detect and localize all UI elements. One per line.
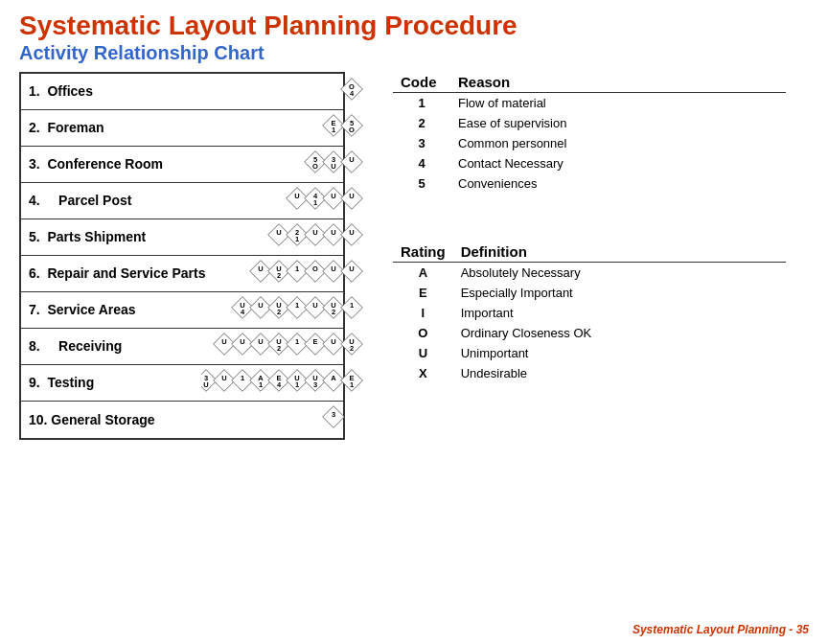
code-reason-row-3: 3 Common personnel [393,133,786,153]
reason-5: Conveniences [450,173,786,194]
svg-text:U: U [349,154,354,163]
rating-O: O [393,323,453,343]
svg-text:U: U [258,264,263,272]
svg-text:U: U [312,227,317,236]
rating-X: X [393,363,453,383]
reason-4: Contact Necessary [450,153,786,173]
svg-text:U: U [240,336,244,345]
code-5: 5 [393,173,450,194]
right-panel: Code Reason 1 Flow of material 2 Ease of… [383,72,786,440]
code-reason-row-4: 4 Contact Necessary [393,153,786,173]
svg-text:U: U [331,191,335,199]
svg-text:3: 3 [332,409,335,418]
definition-header: Definition [453,242,786,263]
rating-U: U [393,343,453,363]
reason-3: Common personnel [450,133,786,153]
svg-text:1: 1 [332,125,335,133]
title-main: Systematic Layout Planning Procedure [19,10,809,42]
svg-text:A: A [331,373,336,381]
svg-text:1: 1 [295,234,299,242]
svg-text:O: O [312,264,318,272]
def-E: Especially Important [453,283,786,303]
svg-text:U: U [331,264,335,272]
diamond-grid: .dc { fill: white; stroke: #555; stroke-… [201,77,383,489]
svg-text:1: 1 [313,197,317,206]
svg-text:2: 2 [277,343,281,352]
code-2: 2 [393,113,450,133]
rating-def-table: Rating Definition A Absolutely Necessary… [393,242,786,383]
svg-text:3: 3 [313,380,317,388]
svg-text:U: U [312,300,317,309]
def-U: Unimportant [453,343,786,363]
code-reason-table: Code Reason 1 Flow of material 2 Ease of… [393,72,786,194]
rating-header: Rating [393,242,453,263]
rating-row-U: U Unimportant [393,343,786,363]
svg-text:U: U [258,336,263,345]
code-header: Code [393,72,450,93]
svg-text:2: 2 [277,270,281,279]
svg-text:1: 1 [295,264,299,272]
svg-text:1: 1 [295,336,299,345]
code-1: 1 [393,92,450,113]
footer: Systematic Layout Planning - 35 [632,623,809,636]
svg-text:U: U [221,336,226,345]
svg-text:1: 1 [259,380,263,388]
rating-E: E [393,283,453,303]
svg-text:U: U [349,191,354,199]
svg-text:U: U [294,191,299,199]
svg-text:1: 1 [295,300,299,309]
page: Systematic Layout Planning Procedure Act… [0,0,828,644]
svg-text:U: U [331,161,335,170]
reason-header: Reason [450,72,786,93]
code-3: 3 [393,133,450,153]
svg-text:O: O [312,161,318,170]
code-reason-row-2: 2 Ease of supervision [393,113,786,133]
def-O: Ordinary Closeness OK [453,323,786,343]
svg-text:2: 2 [350,343,354,352]
svg-text:2: 2 [332,307,335,315]
svg-text:U: U [331,227,335,236]
svg-text:O: O [349,125,355,133]
def-I: Important [453,303,786,323]
svg-text:U: U [221,373,226,381]
left-panel: 1. Offices 2. Foreman 3. Conference Room… [19,72,374,440]
def-X: Undesirable [453,363,786,383]
svg-text:U: U [276,227,281,236]
reason-2: Ease of supervision [450,113,786,133]
reason-1: Flow of material [450,92,786,113]
rating-row-I: I Important [393,303,786,323]
title-sub: Activity Relationship Chart [19,42,809,64]
svg-text:1: 1 [350,300,354,309]
svg-text:1: 1 [350,380,354,388]
svg-text:U: U [258,300,263,309]
code-4: 4 [393,153,450,173]
code-reason-row-5: 5 Conveniences [393,173,786,194]
svg-text:U: U [349,264,354,272]
rating-A: A [393,262,453,283]
svg-text:1: 1 [241,373,244,381]
rating-row-O: O Ordinary Closeness OK [393,323,786,343]
def-A: Absolutely Necessary [453,262,786,283]
svg-text:E: E [312,336,317,345]
svg-text:U: U [349,227,354,236]
svg-text:1: 1 [295,380,299,388]
rating-row-A: A Absolutely Necessary [393,262,786,283]
rating-I: I [393,303,453,323]
rating-row-E: E Especially Important [393,283,786,303]
rating-row-X: X Undesirable [393,363,786,383]
svg-text:U: U [331,336,335,345]
svg-text:U: U [203,380,208,388]
code-reason-row-1: 1 Flow of material [393,92,786,113]
svg-text:2: 2 [277,307,281,315]
